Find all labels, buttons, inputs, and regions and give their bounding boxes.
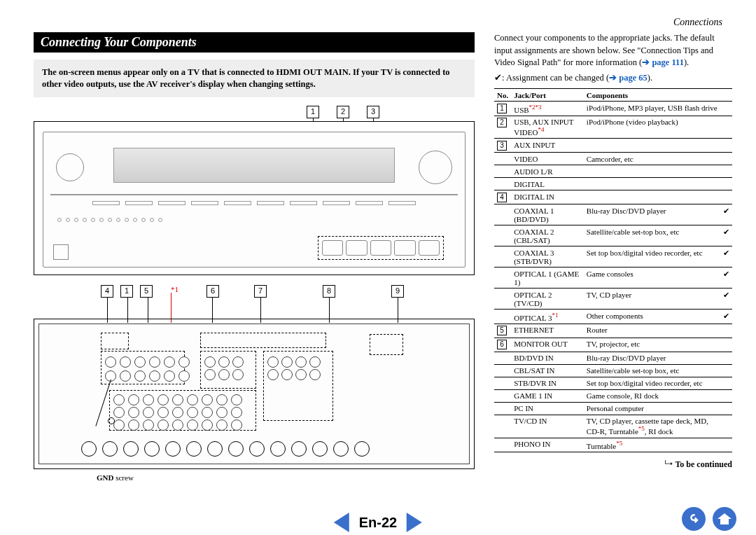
cell-no [494, 352, 511, 364]
table-row: STB/DVR INSet top box/digital video reco… [494, 377, 732, 389]
cell-tick [720, 190, 732, 204]
cell-components: Game consoles [584, 268, 720, 289]
cell-jack: ETHERNET [511, 324, 584, 338]
cell-components [584, 139, 720, 153]
callout-7: 7 [254, 285, 267, 298]
page-footer-nav: En-22 [334, 513, 422, 532]
to-be-continued: To be continued [494, 459, 732, 470]
cell-components [584, 178, 720, 190]
cell-no [494, 178, 511, 190]
cell-jack: BD/DVD IN [511, 352, 584, 364]
back-button[interactable] [682, 507, 706, 531]
table-row: BD/DVD INBlu-ray Disc/DVD player [494, 352, 732, 364]
cell-tick [720, 352, 732, 364]
ref-star-1: *1 [171, 285, 178, 298]
front-panel-diagram: 1 2 3 [34, 106, 475, 275]
th-no: No. [494, 89, 511, 102]
cell-tick [720, 139, 732, 153]
cell-no [494, 153, 511, 165]
th-jack: Jack/Port [511, 89, 584, 102]
cell-components: TV, projector, etc [584, 338, 720, 352]
cell-tick [720, 165, 732, 178]
note-bold: HDMI OUT MAIN. [276, 67, 351, 77]
table-row: OPTICAL 2 (TV/CD)TV, CD player✔ [494, 289, 732, 310]
cell-no: 3 [494, 139, 511, 153]
cell-tick [720, 324, 732, 338]
cell-components: iPod/iPhone, MP3 player, USB flash drive [584, 102, 720, 116]
cell-jack: MONITOR OUT [511, 338, 584, 352]
table-row: DIGITAL [494, 178, 732, 190]
table-row: PC INPersonal computer [494, 402, 732, 415]
prev-page-button[interactable] [334, 513, 349, 532]
cell-jack: VIDEO [511, 153, 584, 165]
gnd-screw-label: GND screw [97, 473, 475, 482]
table-row: COAXIAL 2 (CBL/SAT)Satellite/cable set-t… [494, 225, 732, 246]
legend-text: : Assignment can be changed ( [502, 73, 609, 83]
note-pre: The on-screen menus appear only on a TV … [42, 67, 276, 77]
callout-5: 5 [140, 285, 153, 298]
cell-tick: ✔ [720, 310, 732, 324]
cell-tick [720, 178, 732, 190]
th-tick [720, 89, 732, 102]
cell-no: 1 [494, 102, 511, 116]
callout-8: 8 [323, 285, 335, 298]
right-column: Connect your components to the appropria… [494, 32, 732, 482]
cell-no [494, 204, 511, 225]
cell-components: Camcorder, etc [584, 153, 720, 165]
table-row: 5ETHERNETRouter [494, 324, 732, 338]
cell-jack: GAME 1 IN [511, 389, 584, 402]
cell-components: TV, CD player, cassette tape deck, MD, C… [584, 415, 720, 438]
breadcrumb: Connections [673, 17, 722, 28]
cell-components: Set top box/digital video recorder, etc [584, 246, 720, 268]
cell-components: TV, CD player [584, 289, 720, 310]
gnd-rest: screw [113, 473, 133, 482]
page-link-65[interactable]: ➔ page 65 [609, 73, 648, 83]
table-row: 1USB*2*3iPod/iPhone, MP3 player, USB fla… [494, 102, 732, 116]
home-button[interactable] [713, 507, 736, 531]
cell-components: Game console, RI dock [584, 389, 720, 402]
cell-components: Router [584, 324, 720, 338]
cell-no [494, 389, 511, 402]
cell-no [494, 246, 511, 268]
table-row: 4DIGITAL IN [494, 190, 732, 204]
cell-jack: CBL/SAT IN [511, 364, 584, 377]
table-row: 6MONITOR OUTTV, projector, etc [494, 338, 732, 352]
cell-components: iPod/iPhone (video playback) [584, 116, 720, 139]
page-number: En-22 [359, 515, 397, 531]
cell-components: Satellite/cable set-top box, etc [584, 364, 720, 377]
tick-icon: ✔ [494, 73, 502, 83]
page-link-111[interactable]: ➔ page 111 [642, 57, 684, 67]
cell-tick [720, 415, 732, 438]
table-row: GAME 1 INGame console, RI dock [494, 389, 732, 402]
cell-components: Other components [584, 310, 720, 324]
table-row: 3AUX INPUT [494, 139, 732, 153]
cell-tick: ✔ [720, 225, 732, 246]
cell-tick [720, 102, 732, 116]
cell-tick [720, 402, 732, 415]
components-table: No. Jack/Port Components 1USB*2*3iPod/iP… [494, 88, 732, 452]
cell-no: 5 [494, 324, 511, 338]
table-row: AUDIO L/R [494, 165, 732, 178]
cell-tick [720, 438, 732, 452]
cell-tick [720, 116, 732, 139]
cell-no [494, 402, 511, 415]
cell-tick [720, 377, 732, 389]
callout-3: 3 [367, 106, 379, 118]
next-page-button[interactable] [407, 513, 422, 532]
cell-tick [720, 364, 732, 377]
cell-tick [720, 389, 732, 402]
cell-components: Personal computer [584, 402, 720, 415]
table-row: 2USB, AUX INPUT VIDEO*4iPod/iPhone (vide… [494, 116, 732, 139]
table-row: COAXIAL 3 (STB/DVR)Set top box/digital v… [494, 246, 732, 268]
cell-jack: DIGITAL IN [511, 190, 584, 204]
rear-panel-illustration [34, 319, 475, 469]
table-row: PHONO INTurntable*5 [494, 438, 732, 452]
cell-components: Set top box/digital video recorder, etc [584, 377, 720, 389]
cell-jack: COAXIAL 3 (STB/DVR) [511, 246, 584, 268]
cell-jack: DIGITAL [511, 178, 584, 190]
cell-jack: PC IN [511, 402, 584, 415]
intro-close: ). [684, 57, 689, 67]
cell-tick: ✔ [720, 268, 732, 289]
table-row: VIDEOCamcorder, etc [494, 153, 732, 165]
cell-components [584, 190, 720, 204]
